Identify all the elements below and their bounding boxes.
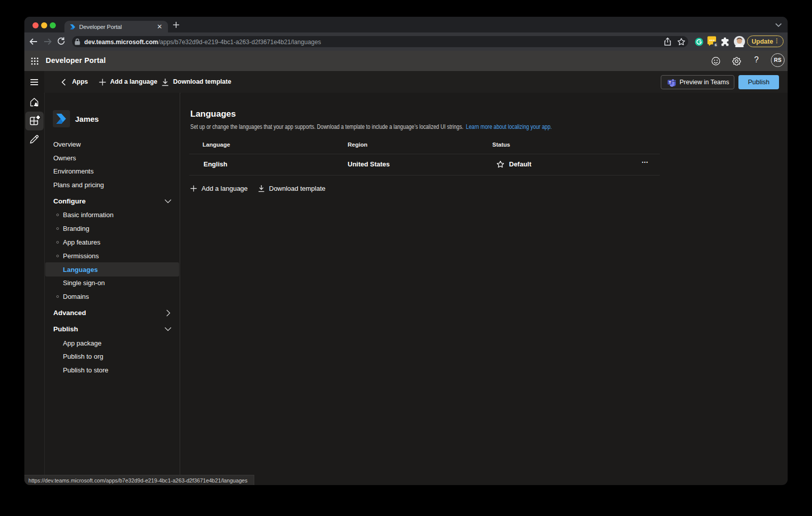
svg-text:6: 6 xyxy=(715,43,717,47)
svg-text:T: T xyxy=(669,80,671,84)
